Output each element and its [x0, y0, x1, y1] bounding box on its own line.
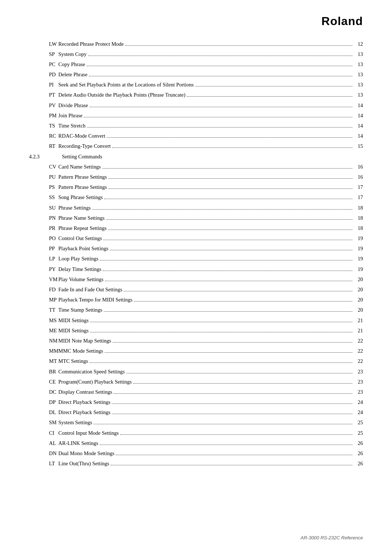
- toc-row: LWRecorded Phrase Protect Mode12: [29, 39, 363, 49]
- toc-row: PYDelay Time Settings19: [29, 264, 363, 274]
- toc-row: MTMTC Settings22: [29, 356, 363, 366]
- toc-desc-text: Time Stamp Settings: [58, 306, 102, 314]
- toc-description: Delete Phrase13: [58, 70, 363, 80]
- toc-desc-text: Divide Phrase: [58, 101, 88, 110]
- toc-description: MMC Mode Settings22: [58, 346, 363, 356]
- toc-code: RC: [29, 131, 58, 141]
- toc-code: SS: [29, 193, 58, 203]
- toc-code: MP: [29, 295, 58, 305]
- toc-desc-text: MIDI Settings: [58, 316, 89, 325]
- toc-description: MIDI Note Map Settings22: [58, 336, 363, 346]
- toc-row: BRCommunication Speed Settings23: [29, 366, 363, 377]
- toc-page-number: 21: [354, 327, 363, 335]
- toc-dots: [133, 383, 352, 384]
- toc-dots: [111, 465, 352, 465]
- toc-description: Delay Time Settings19: [58, 264, 363, 274]
- toc-code: RT: [29, 141, 58, 151]
- toc-code: PO: [29, 234, 58, 244]
- toc-dots: [105, 352, 352, 353]
- toc-row: DLDirect Playback Settings24: [29, 408, 363, 418]
- toc-page-number: 14: [354, 112, 363, 120]
- toc-page-number: 26: [354, 449, 363, 458]
- toc-desc-text: Direct Playback Settings: [58, 408, 110, 417]
- toc-code: SP: [29, 49, 58, 59]
- toc-code: DL: [29, 408, 58, 418]
- toc-dots: [195, 86, 352, 86]
- toc-page-number: 14: [354, 122, 363, 130]
- toc-row: PMJoin Phrase14: [29, 110, 363, 121]
- toc-page-number: 26: [354, 459, 363, 468]
- section-number: 4.2.3: [29, 151, 58, 162]
- toc-desc-text: Communication Speed Settings: [58, 368, 125, 376]
- toc-dots: [102, 168, 352, 169]
- toc-code: PM: [29, 110, 58, 121]
- toc-description: Divide Phrase14: [58, 100, 363, 110]
- toc-code: PV: [29, 100, 58, 110]
- toc-dots: [124, 291, 352, 291]
- toc-code: PP: [29, 244, 58, 254]
- page-header: Roland: [29, 15, 363, 28]
- toc-code: VM: [29, 274, 58, 284]
- toc-dots: [112, 147, 352, 148]
- toc-page-number: 18: [354, 204, 363, 212]
- toc-dots: [87, 127, 352, 127]
- toc-row: MSMIDI Settings21: [29, 315, 363, 325]
- toc-description: Control Input Mode Settings25: [58, 428, 363, 438]
- toc-code: PC: [29, 59, 58, 69]
- toc-description: Playback Tempo for MIDI Settings20: [58, 295, 363, 305]
- toc-row: PNPhrase Name Settings18: [29, 213, 363, 223]
- toc-page-number: 14: [354, 101, 363, 110]
- toc-desc-text: Delete Audio Outside the Playback Points…: [58, 91, 185, 99]
- toc-dots: [90, 362, 352, 363]
- toc-description: AR-LINK Settings26: [58, 438, 363, 448]
- toc-dots: [92, 209, 352, 210]
- toc-description: System Copy13: [58, 49, 363, 59]
- toc-page-number: 20: [354, 275, 363, 284]
- toc-code: SM: [29, 418, 58, 428]
- toc-code: CI: [29, 428, 58, 438]
- toc-dots: [113, 342, 352, 343]
- toc-desc-text: Display Contrast Settings: [58, 388, 112, 396]
- toc-page-number: 22: [354, 357, 363, 365]
- toc-page-number: 16: [354, 173, 363, 181]
- toc-row: PUPattern Phrase Settings16: [29, 172, 363, 182]
- toc-dots: [90, 107, 352, 107]
- toc-code: LT: [29, 459, 58, 469]
- brand-logo: Roland: [322, 15, 363, 28]
- toc-description: Delete Audio Outside the Playback Points…: [58, 90, 363, 100]
- toc-dots: [107, 137, 352, 138]
- toc-code: TT: [29, 305, 58, 315]
- toc-desc-text: Control Out Settings: [58, 234, 102, 243]
- toc-desc-text: Seek and Set Playback Points at the Loca…: [58, 81, 194, 89]
- toc-row: NMMIDI Note Map Settings22: [29, 336, 363, 346]
- toc-page-number: 23: [354, 388, 363, 396]
- toc-page-number: 18: [354, 224, 363, 232]
- toc-desc-text: System Settings: [58, 418, 92, 427]
- toc-code: BR: [29, 366, 58, 377]
- toc-page-number: 13: [354, 91, 363, 99]
- toc-page-number: 23: [354, 378, 363, 386]
- toc-code: PS: [29, 182, 58, 193]
- toc-dots: [88, 56, 352, 56]
- toc-desc-text: System Copy: [58, 50, 87, 58]
- toc-description: Communication Speed Settings23: [58, 366, 363, 377]
- toc-page-number: 24: [354, 398, 363, 406]
- toc-page-number: 24: [354, 408, 363, 417]
- toc-page-number: 26: [354, 439, 363, 447]
- toc-dots: [110, 250, 352, 250]
- toc-dots: [109, 189, 352, 189]
- toc-desc-text: MTC Settings: [58, 357, 88, 365]
- toc-page-number: 18: [354, 214, 363, 222]
- toc-row: MPPlayback Tempo for MIDI Settings20: [29, 295, 363, 305]
- toc-row: DNDual Mono Mode Settings26: [29, 449, 363, 459]
- toc-page-number: 20: [354, 296, 363, 304]
- toc-row: SPSystem Copy13: [29, 49, 363, 59]
- toc-row: SUPhrase Settings18: [29, 203, 363, 213]
- toc-code: LW: [29, 39, 58, 49]
- toc-row: SMSystem Settings25: [29, 418, 363, 428]
- toc-code: NM: [29, 336, 58, 346]
- toc-page-number: 13: [354, 60, 363, 69]
- toc-desc-text: AR-LINK Settings: [58, 439, 98, 447]
- toc-desc-text: RDAC-Mode Convert: [58, 132, 105, 140]
- toc-code: DP: [29, 397, 58, 408]
